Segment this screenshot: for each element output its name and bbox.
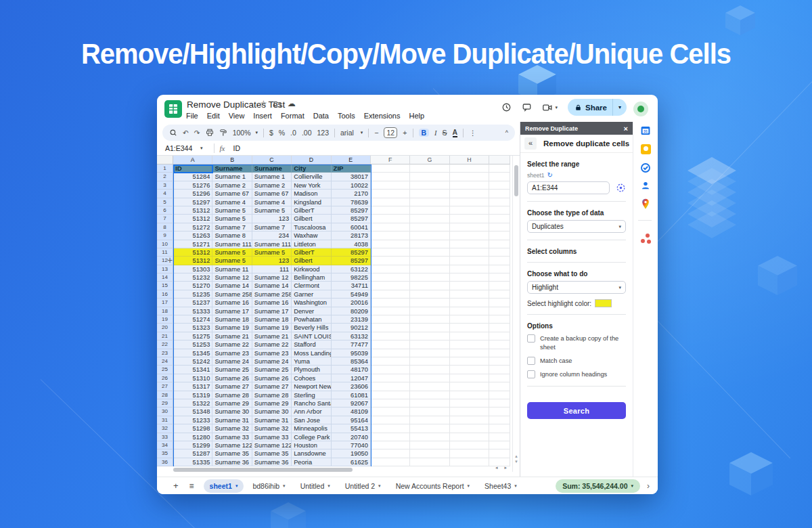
cell-empty[interactable]: [371, 248, 410, 257]
addon-dots-icon[interactable]: [639, 232, 652, 244]
cell-empty[interactable]: [450, 223, 489, 232]
name-box-caret-icon[interactable]: ▾: [200, 146, 203, 151]
cell[interactable]: Surname 2: [212, 181, 252, 190]
cell[interactable]: 85297: [332, 248, 371, 257]
menu-extensions[interactable]: Extensions: [364, 112, 401, 120]
comment-icon[interactable]: [522, 102, 532, 112]
menu-insert[interactable]: Insert: [253, 112, 272, 120]
cell[interactable]: GilberT: [292, 248, 331, 257]
cell[interactable]: 61625: [332, 458, 371, 466]
cell[interactable]: 51284: [173, 173, 212, 181]
cell-empty[interactable]: [371, 307, 410, 315]
decrease-decimal-button[interactable]: .0: [290, 129, 296, 137]
cell[interactable]: Surname 25: [212, 366, 252, 374]
cell-empty[interactable]: [450, 240, 489, 248]
version-history-icon[interactable]: [501, 102, 512, 112]
cell-empty[interactable]: [410, 374, 449, 382]
row-number[interactable]: 36: [157, 458, 173, 466]
cell-empty[interactable]: [410, 173, 449, 181]
cell[interactable]: Surname 24: [212, 357, 252, 366]
cell[interactable]: Surname 16: [212, 299, 252, 307]
increase-decimal-button[interactable]: .00: [302, 129, 312, 137]
cell-empty[interactable]: [489, 215, 510, 223]
cell[interactable]: Peoria: [292, 458, 331, 466]
cell-empty[interactable]: [450, 391, 489, 399]
cell[interactable]: 95164: [332, 416, 371, 424]
cell[interactable]: Washington: [292, 299, 331, 307]
cell[interactable]: Surname 29: [252, 399, 292, 408]
cell-empty[interactable]: [489, 391, 510, 399]
vertical-scroll-arrows[interactable]: ▲ ▼: [514, 454, 519, 464]
font-size-input[interactable]: 12: [384, 127, 397, 138]
cell[interactable]: Surname 23: [252, 349, 292, 357]
row-number[interactable]: 31: [157, 416, 173, 424]
row-number[interactable]: 28: [157, 391, 173, 399]
cell-empty[interactable]: [489, 181, 510, 190]
cell[interactable]: Surname 27: [252, 382, 292, 391]
cell[interactable]: 51299: [173, 441, 212, 449]
cell-empty[interactable]: [450, 324, 489, 332]
cell-empty[interactable]: [450, 374, 489, 382]
cell[interactable]: Denver: [292, 307, 331, 315]
row-number[interactable]: 13: [157, 265, 173, 273]
cell-empty[interactable]: [371, 190, 410, 198]
cell[interactable]: Surname: [252, 164, 292, 173]
cell[interactable]: Surname 7: [252, 223, 292, 232]
cell-empty[interactable]: [450, 340, 489, 349]
cell-empty[interactable]: [489, 307, 510, 315]
cell-empty[interactable]: [410, 340, 449, 349]
cell[interactable]: 10022: [332, 181, 371, 190]
row-number[interactable]: 3: [157, 181, 173, 190]
cell[interactable]: 20016: [332, 299, 371, 307]
row-number[interactable]: 8: [157, 223, 173, 232]
cell-empty[interactable]: [450, 408, 489, 416]
vertical-scrollbar[interactable]: ▲ ▼: [512, 156, 520, 472]
cell[interactable]: Surname 4: [252, 198, 292, 206]
cell[interactable]: 51312: [173, 257, 212, 265]
cell[interactable]: 111: [252, 265, 292, 273]
cell-empty[interactable]: [371, 273, 410, 282]
cell[interactable]: Waxhaw: [292, 232, 331, 240]
cell[interactable]: 2170: [332, 190, 371, 198]
cell[interactable]: 95039: [332, 349, 371, 357]
cell[interactable]: 60041: [332, 223, 371, 232]
cell-empty[interactable]: [450, 449, 489, 458]
row-number[interactable]: 4: [157, 190, 173, 198]
cell[interactable]: Surname 5: [252, 248, 292, 257]
share-button[interactable]: Share ▾: [568, 99, 627, 116]
cell[interactable]: 51232: [173, 273, 212, 282]
cell-empty[interactable]: [450, 265, 489, 273]
cell-empty[interactable]: [450, 332, 489, 340]
cell-empty[interactable]: [371, 458, 410, 466]
cell-empty[interactable]: [410, 206, 449, 215]
cell-empty[interactable]: [489, 357, 510, 366]
cell[interactable]: Surname 258: [252, 290, 292, 299]
cell-empty[interactable]: [450, 416, 489, 424]
cell[interactable]: 51317: [173, 382, 212, 391]
cell-empty[interactable]: [371, 282, 410, 290]
cell-empty[interactable]: [489, 441, 510, 449]
cell[interactable]: Surname 111: [252, 240, 292, 248]
cell[interactable]: 51275: [173, 332, 212, 340]
cell[interactable]: Surname 16: [252, 299, 292, 307]
meet-video-icon[interactable]: ▾: [542, 103, 558, 112]
cell[interactable]: 123: [252, 257, 292, 265]
menu-file[interactable]: File: [186, 112, 198, 120]
cell[interactable]: 51274: [173, 315, 212, 324]
cell-empty[interactable]: [489, 240, 510, 248]
cell[interactable]: 51312: [173, 248, 212, 257]
cell-empty[interactable]: [489, 399, 510, 408]
cell-empty[interactable]: [450, 173, 489, 181]
cell-empty[interactable]: [371, 265, 410, 273]
name-box[interactable]: A1:E344: [165, 144, 200, 152]
contacts-icon[interactable]: [639, 179, 652, 192]
checkbox-0[interactable]: [527, 334, 535, 343]
cell[interactable]: 85297: [332, 215, 371, 223]
cell[interactable]: 54949: [332, 290, 371, 299]
horizontal-scrollbar-thumb[interactable]: [173, 468, 353, 472]
cell[interactable]: Surname 12: [212, 273, 252, 282]
tab-untitled-2[interactable]: Untitled 2▾: [339, 479, 387, 493]
select-range-target-icon[interactable]: [616, 183, 626, 193]
cell[interactable]: 51341: [173, 366, 212, 374]
cloud-status-icon[interactable]: ☁: [288, 99, 296, 108]
